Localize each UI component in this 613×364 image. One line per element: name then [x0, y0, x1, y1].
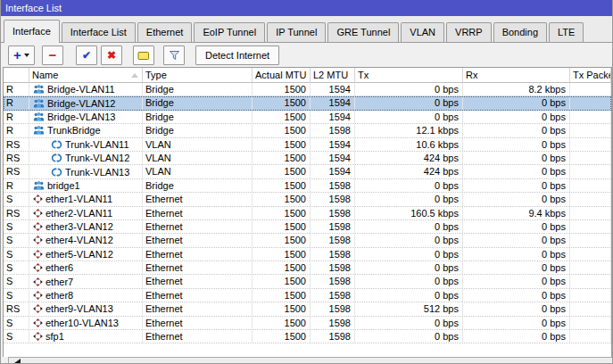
tab-lte[interactable]: LTE [549, 22, 584, 42]
interface-name: Trunk-VLAN12 [65, 152, 129, 164]
table-row[interactable]: RSether9-VLAN13Ethernet15001598512 bps0 … [4, 302, 611, 316]
interface-name: Trunk-VLAN13 [65, 166, 129, 178]
cell-actual-mtu: 1500 [253, 275, 311, 287]
enable-button[interactable]: ✔ [76, 46, 97, 65]
horizontal-scrollbar[interactable] [8, 357, 612, 363]
window-title[interactable]: Interface List [1, 0, 612, 16]
add-button[interactable]: + [8, 46, 35, 65]
cell-actual-mtu: 1500 [253, 165, 311, 178]
cell-rx: 0 bps [463, 330, 570, 343]
cell-tx-packet [570, 83, 611, 95]
cell-type: Ethernet [143, 289, 253, 302]
tab-eoip-tunnel[interactable]: EoIP Tunnel [194, 22, 265, 42]
cell-tx: 0 bps [355, 289, 463, 302]
ethernet-icon [33, 277, 43, 286]
table-row[interactable]: RSether2-VLAN11Ethernet15001598160.5 kbp… [4, 207, 611, 220]
ethernet-icon [33, 194, 43, 203]
table-row[interactable]: Ssfp1Ethernet150015980 bps0 bps [4, 330, 611, 343]
cell-l2-mtu: 1594 [311, 165, 355, 178]
bridge-icon [33, 181, 45, 190]
tab-bonding[interactable]: Bonding [493, 22, 547, 42]
table-row[interactable]: RBridge-VLAN12Bridge150015940 bps0 bps [4, 96, 611, 110]
interface-name: ether2-VLAN11 [46, 207, 112, 219]
cross-icon: ✖ [107, 49, 116, 62]
cell-tx-packet [570, 193, 611, 205]
toolbar: + − ✔ ✖ Detect Internet [1, 43, 612, 68]
bridge-icon [33, 85, 45, 94]
interface-name: ether6 [46, 261, 73, 274]
table-row[interactable]: Sether4-VLAN12Ethernet150015980 bps0 bps [4, 234, 611, 247]
column-header-tx[interactable]: Tx [355, 68, 463, 83]
table-row[interactable]: Sether3-VLAN12Ethernet150015980 bps0 bps [4, 220, 611, 234]
cell-name: ether10-VLAN13 [29, 317, 143, 329]
tab-gre-tunnel[interactable]: GRE Tunnel [327, 22, 399, 42]
cell-rx: 0 bps [463, 165, 570, 178]
table-row[interactable]: RSTrunk-VLAN13VLAN15001594424 bps0 bps [4, 165, 611, 178]
ethernet-icon [33, 332, 43, 341]
cell-flags: RS [4, 138, 29, 151]
tab-ethernet[interactable]: Ethernet [137, 22, 193, 42]
disable-button[interactable]: ✖ [101, 46, 122, 65]
cell-rx: 8.2 kbps [463, 83, 570, 95]
column-header-rx[interactable]: Rx [463, 68, 570, 83]
cell-name: Trunk-VLAN12 [29, 152, 143, 164]
table-row[interactable]: Sether1-VLAN11Ethernet150015980 bps0 bps [4, 193, 611, 206]
cell-tx-packet [570, 124, 611, 136]
table-row[interactable]: RBridge-VLAN13Bridge150015940 bps0 bps [4, 111, 611, 124]
tab-vlan[interactable]: VLAN [401, 22, 444, 42]
interface-name: bridge1 [47, 179, 80, 192]
cell-actual-mtu: 1500 [253, 138, 311, 151]
cell-tx-packet [570, 317, 611, 329]
cell-name: Trunk-VLAN13 [29, 165, 143, 178]
comment-button[interactable] [133, 46, 154, 65]
cell-l2-mtu: 1598 [311, 179, 355, 192]
cell-tx: 424 bps [355, 165, 463, 178]
note-icon [137, 51, 150, 61]
cell-l2-mtu: 1598 [311, 207, 355, 219]
filter-button[interactable] [163, 46, 185, 65]
cell-flags: S [4, 234, 29, 246]
table-row[interactable]: RSTrunk-VLAN11VLAN1500159410.6 kbps0 bps [4, 138, 611, 152]
tab-vrrp[interactable]: VRRP [446, 22, 492, 42]
table-row[interactable]: RTrunkBridgeBridge1500159812.1 kbps0 bps [4, 124, 611, 137]
cell-flags: S [4, 330, 29, 343]
cell-rx: 9.4 kbps [463, 207, 570, 219]
table-row[interactable]: Sether6Ethernet150015980 bps0 bps [4, 261, 611, 275]
tab-ip-tunnel[interactable]: IP Tunnel [267, 22, 326, 42]
cell-actual-mtu: 1500 [253, 207, 311, 219]
minus-icon: − [49, 48, 57, 62]
cell-tx-packet [570, 220, 611, 233]
table-row[interactable]: Rbridge1Bridge150015980 bps0 bps [4, 179, 611, 193]
column-header-name[interactable]: Name [29, 68, 143, 83]
cell-l2-mtu: 1594 [311, 152, 355, 164]
cell-flags: RS [4, 302, 29, 315]
cell-l2-mtu: 1594 [311, 111, 355, 123]
cell-name: ether2-VLAN11 [29, 207, 143, 219]
cell-actual-mtu: 1500 [253, 96, 311, 109]
column-header-actual-mtu[interactable]: Actual MTU [253, 68, 311, 83]
table-row[interactable]: Sether10-VLAN13Ethernet150015980 bps0 bp… [4, 317, 611, 330]
interface-table: Name Type Actual MTU L2 MTU Tx Rx Tx Pac… [3, 67, 612, 357]
column-header-l2-mtu[interactable]: L2 MTU [311, 68, 355, 83]
cell-type: Ethernet [143, 302, 253, 315]
cell-l2-mtu: 1598 [311, 220, 355, 233]
column-header-type[interactable]: Type [143, 68, 253, 83]
tab-interface[interactable]: Interface [4, 20, 60, 43]
cell-l2-mtu: 1598 [311, 302, 355, 315]
table-row[interactable]: Sether7Ethernet150015980 bps0 bps [4, 275, 611, 288]
table-row[interactable]: RBridge-VLAN11Bridge150015940 bps8.2 kbp… [4, 83, 611, 96]
column-header-flags[interactable] [4, 68, 29, 83]
ethernet-icon [33, 250, 43, 259]
table-row[interactable]: RSTrunk-VLAN12VLAN15001594424 bps0 bps [4, 152, 611, 165]
detect-internet-button[interactable]: Detect Internet [195, 46, 279, 65]
table-row[interactable]: Sether8Ethernet150015980 bps0 bps [4, 289, 611, 302]
cell-name: ether6 [29, 261, 143, 274]
cell-type: Bridge [143, 83, 253, 95]
remove-button[interactable]: − [42, 46, 63, 65]
tab-interface-list[interactable]: Interface List [62, 22, 136, 42]
cell-actual-mtu: 1500 [253, 124, 311, 136]
cell-type: Bridge [143, 111, 253, 123]
cell-actual-mtu: 1500 [253, 83, 311, 95]
table-row[interactable]: Sether5-VLAN12Ethernet150015980 bps0 bps [4, 248, 611, 261]
column-header-tx-packet[interactable]: Tx Packet [570, 68, 611, 83]
